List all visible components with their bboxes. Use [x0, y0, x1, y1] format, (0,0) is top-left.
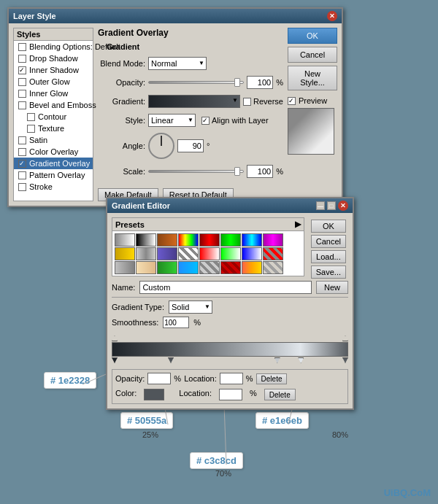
preset-swatch[interactable]	[157, 233, 177, 247]
gradient-overlay-checkbox[interactable]	[18, 160, 26, 168]
location-input[interactable]	[220, 373, 243, 384]
ge-save-button[interactable]: Save...	[311, 265, 346, 279]
opacity-input[interactable]	[247, 76, 273, 89]
color-stop-25[interactable]	[168, 357, 174, 363]
blend-mode-dropdown[interactable]: Normal ▼	[148, 57, 207, 70]
style-item-blending[interactable]: Blending Options: Default	[14, 41, 93, 53]
preset-swatch[interactable]	[263, 261, 283, 274]
angle-input[interactable]	[177, 139, 204, 152]
ge-load-button[interactable]: Load...	[311, 250, 346, 263]
titlebar-controls: — □ ✕	[316, 201, 348, 211]
preset-swatch[interactable]	[199, 233, 220, 247]
color-overlay-checkbox[interactable]	[18, 148, 26, 156]
preset-swatch[interactable]	[220, 261, 241, 274]
preset-swatch[interactable]	[220, 247, 241, 260]
color-stop-100[interactable]	[342, 357, 348, 363]
style-item-contour[interactable]: Contour	[14, 111, 93, 123]
ge-close-icon[interactable]: ✕	[338, 201, 348, 211]
delete-opacity-button[interactable]: Delete	[256, 373, 288, 384]
style-item-drop-shadow[interactable]: Drop Shadow	[14, 53, 93, 64]
style-value: Linear	[151, 116, 174, 125]
style-item-color-overlay[interactable]: Color Overlay	[14, 146, 93, 158]
style-item-inner-glow[interactable]: Inner Glow	[14, 88, 93, 99]
preset-swatch[interactable]	[178, 233, 199, 247]
preview-checkbox[interactable]	[288, 97, 296, 105]
blending-checkbox[interactable]	[18, 43, 26, 51]
opacity-slider-thumb[interactable]	[234, 78, 240, 87]
drop-shadow-checkbox[interactable]	[18, 55, 26, 63]
reverse-checkbox[interactable]	[243, 98, 251, 106]
opacity-stop-right[interactable]	[342, 336, 348, 341]
preset-swatch[interactable]	[199, 261, 220, 274]
opacity-stop-left[interactable]	[112, 336, 118, 341]
align-layer-checkbox[interactable]	[201, 117, 210, 125]
cancel-button[interactable]: Cancel	[288, 47, 337, 63]
outer-glow-checkbox[interactable]	[18, 78, 26, 86]
color-location-input[interactable]	[219, 389, 242, 400]
style-dropdown[interactable]: Linear ▼	[148, 114, 196, 127]
color-stop-0[interactable]	[112, 357, 118, 363]
name-input[interactable]	[139, 281, 312, 294]
angle-dial[interactable]	[148, 133, 174, 159]
scale-slider-thumb[interactable]	[234, 167, 240, 176]
style-item-bevel-emboss[interactable]: Bevel and Emboss	[14, 99, 93, 111]
scale-slider[interactable]	[148, 170, 244, 173]
opacity-slider[interactable]	[148, 81, 244, 84]
gradient-dropdown-arrow-icon: ▼	[232, 97, 238, 104]
ge-ok-button[interactable]: OK	[311, 220, 346, 233]
preset-swatch[interactable]	[115, 261, 135, 274]
preset-swatch[interactable]	[263, 233, 283, 247]
preset-swatch[interactable]	[199, 247, 220, 260]
smoothness-input[interactable]	[163, 317, 189, 328]
preset-swatch[interactable]	[263, 247, 283, 260]
preset-swatch[interactable]	[157, 247, 177, 260]
preset-swatch[interactable]	[136, 247, 156, 260]
opacity-stop-input[interactable]	[147, 373, 171, 384]
preset-swatch[interactable]	[178, 261, 199, 274]
texture-checkbox[interactable]	[27, 125, 35, 133]
inner-shadow-checkbox[interactable]	[18, 66, 26, 74]
watermark: UiBQ.CoM	[384, 487, 431, 498]
preset-swatch[interactable]	[242, 247, 262, 260]
new-style-button[interactable]: New Style...	[288, 66, 337, 90]
bevel-emboss-checkbox[interactable]	[18, 101, 26, 109]
preset-swatch[interactable]	[136, 261, 156, 274]
style-item-texture[interactable]: Texture	[14, 123, 93, 134]
blend-mode-label: Blend Mode:	[98, 59, 145, 68]
color-stop-80[interactable]	[298, 357, 304, 363]
ge-presets-area: Presets ▶	[112, 217, 348, 281]
gradient-bar	[112, 342, 348, 357]
preset-swatch[interactable]	[157, 261, 177, 274]
ge-cancel-button[interactable]: Cancel	[311, 235, 346, 248]
gradient-preview[interactable]: ▼	[148, 95, 240, 108]
gradient-type-dropdown[interactable]: Solid ▼	[169, 301, 212, 314]
new-button[interactable]: New	[316, 281, 348, 294]
preset-swatch[interactable]	[136, 233, 156, 247]
close-icon[interactable]: ✕	[327, 11, 337, 21]
maximize-icon[interactable]: □	[327, 201, 336, 210]
scale-input[interactable]	[247, 165, 273, 178]
color-stop-swatch[interactable]	[144, 389, 164, 400]
preset-swatch[interactable]	[242, 233, 262, 247]
note-80: 80%	[332, 430, 348, 439]
delete-color-button[interactable]: Delete	[264, 389, 296, 400]
style-item-satin[interactable]: Satin	[14, 134, 93, 146]
color-stop-70[interactable]	[274, 357, 280, 363]
style-item-stroke[interactable]: Stroke	[14, 181, 93, 193]
minimize-icon[interactable]: —	[316, 201, 325, 210]
pattern-overlay-checkbox[interactable]	[18, 171, 26, 179]
style-item-gradient-overlay[interactable]: Gradient Overlay	[14, 158, 93, 169]
preset-swatch[interactable]	[242, 261, 262, 274]
style-item-pattern-overlay[interactable]: Pattern Overlay	[14, 169, 93, 181]
contour-checkbox[interactable]	[27, 113, 35, 121]
satin-checkbox[interactable]	[18, 136, 26, 144]
stroke-checkbox[interactable]	[18, 183, 26, 191]
style-item-inner-shadow[interactable]: Inner Shadow	[14, 64, 93, 76]
style-item-outer-glow[interactable]: Outer Glow	[14, 76, 93, 88]
preset-swatch[interactable]	[220, 233, 241, 247]
ok-button[interactable]: OK	[288, 28, 337, 44]
preset-swatch[interactable]	[115, 247, 135, 260]
inner-glow-checkbox[interactable]	[18, 90, 26, 98]
preset-swatch[interactable]	[178, 247, 199, 260]
preset-swatch[interactable]	[115, 233, 135, 247]
